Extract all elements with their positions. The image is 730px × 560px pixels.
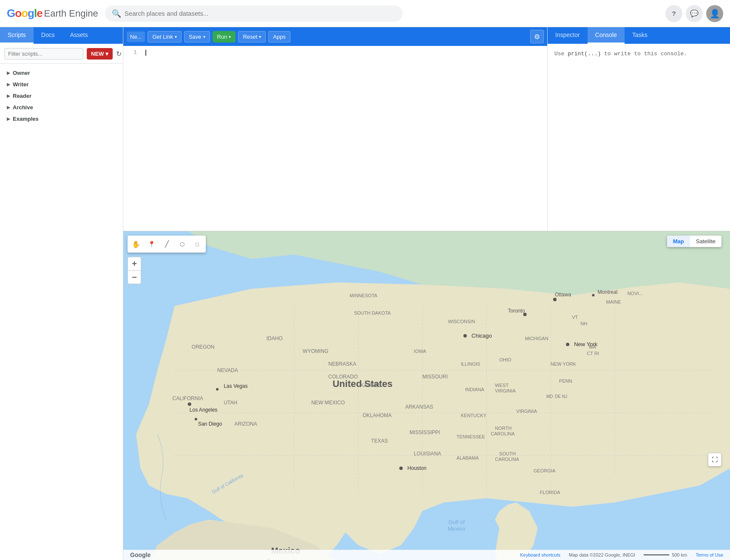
rectangle-tool-button[interactable]: □: [190, 237, 204, 251]
svg-text:WISCONSIN: WISCONSIN: [448, 319, 475, 324]
keyboard-shortcuts-link[interactable]: Keyboard shortcuts: [520, 552, 560, 557]
save-button[interactable]: Save ▾: [184, 31, 210, 43]
svg-text:Mexico: Mexico: [448, 526, 465, 532]
earth-engine-label: Earth Engine: [44, 8, 98, 19]
map-data-credit: Map data ©2022 Google, INEGI: [569, 552, 635, 557]
svg-text:SOUTH: SOUTH: [499, 451, 516, 456]
tree-item-archive[interactable]: Archive: [5, 102, 118, 113]
svg-text:Las Vegas: Las Vegas: [224, 383, 247, 389]
help-icon: ?: [672, 10, 676, 17]
svg-text:NORTH: NORTH: [495, 426, 511, 431]
tree-item-examples[interactable]: Examples: [5, 113, 118, 125]
hand-tool-button[interactable]: ✋: [129, 237, 143, 251]
zoom-in-button[interactable]: +: [128, 257, 141, 270]
map-view-button[interactable]: Map: [667, 236, 690, 247]
tab-docs[interactable]: Docs: [34, 27, 62, 44]
satellite-view-button[interactable]: Satellite: [690, 236, 721, 247]
logo-g: G: [7, 7, 15, 20]
zoom-out-button[interactable]: −: [128, 270, 141, 284]
refresh-icon: ↻: [116, 50, 122, 58]
tree-item-writer[interactable]: Writer: [5, 79, 118, 90]
search-icon: 🔍: [112, 9, 121, 18]
svg-point-9: [566, 343, 569, 346]
tree-item-owner[interactable]: Owner: [5, 67, 118, 79]
svg-text:SOUTH DAKOTA: SOUTH DAKOTA: [354, 310, 391, 316]
logo-e: e: [37, 7, 42, 20]
svg-text:ILLINOIS: ILLINOIS: [461, 361, 480, 367]
tab-tasks[interactable]: Tasks: [625, 27, 655, 44]
notifications-button[interactable]: 💬: [686, 5, 703, 22]
left-tabs: Scripts Docs Assets: [0, 27, 123, 44]
svg-text:LOUISIANA: LOUISIANA: [414, 451, 441, 457]
svg-text:NEW YORK: NEW YORK: [551, 361, 577, 367]
map-drawing-toolbar: ✋ 📍 ╱ ⬡ □: [128, 236, 206, 253]
svg-text:WYOMING: WYOMING: [303, 348, 328, 354]
search-bar[interactable]: 🔍: [105, 6, 403, 22]
left-panel: Scripts Docs Assets NEW ▾ ↻ Owner Writer…: [0, 27, 123, 560]
pin-icon: 📍: [148, 241, 155, 247]
refresh-button[interactable]: ↻: [116, 47, 122, 60]
svg-text:VT: VT: [572, 315, 578, 320]
right-panel: Inspector Console Tasks Use print(...) t…: [547, 27, 730, 231]
help-button[interactable]: ?: [665, 5, 682, 22]
tab-inspector[interactable]: Inspector: [548, 27, 588, 44]
chat-icon: 💬: [690, 9, 699, 17]
svg-text:NEVADA: NEVADA: [217, 367, 239, 373]
svg-text:VIRGINIA: VIRGINIA: [495, 388, 516, 393]
tab-scripts[interactable]: Scripts: [0, 27, 34, 44]
map-area[interactable]: ✋ 📍 ╱ ⬡ □ + −: [123, 231, 730, 560]
filter-scripts-input[interactable]: [4, 48, 83, 60]
polygon-tool-button[interactable]: ⬡: [175, 237, 189, 251]
editor-toolbar: Ne... Get Link ▾ Save ▾ Run ▾ Reset: [123, 27, 547, 46]
reset-button[interactable]: Reset ▾: [238, 31, 266, 43]
pin-tool-button[interactable]: 📍: [145, 237, 158, 251]
new-script-button[interactable]: NEW ▾: [87, 48, 113, 60]
map-satellite-toggle: Map Satellite: [667, 236, 721, 247]
polygon-icon: ⬡: [180, 241, 185, 247]
line-numbers: 1: [123, 46, 139, 59]
svg-text:KENTUCKY: KENTUCKY: [461, 413, 487, 418]
search-input[interactable]: [125, 10, 396, 17]
main-layout: Scripts Docs Assets NEW ▾ ↻ Owner Writer…: [0, 27, 730, 560]
svg-text:ARKANSAS: ARKANSAS: [405, 404, 433, 410]
svg-text:CT RI: CT RI: [587, 351, 599, 356]
code-content[interactable]: [145, 49, 542, 227]
svg-text:VIRGINIA: VIRGINIA: [517, 409, 537, 414]
logo-g2: g: [28, 7, 34, 20]
svg-text:NEBRASKA: NEBRASKA: [328, 361, 357, 367]
polyline-tool-button[interactable]: ╱: [160, 237, 173, 251]
svg-text:Montreal: Montreal: [597, 289, 617, 295]
user-avatar-button[interactable]: 👤: [706, 5, 723, 22]
tab-assets[interactable]: Assets: [62, 27, 96, 44]
svg-text:Toronto: Toronto: [508, 308, 525, 314]
terms-of-use-link[interactable]: Terms of Use: [696, 552, 723, 557]
console-hint: Use print(...) to write to this console.: [554, 51, 723, 57]
code-editor[interactable]: 1: [123, 46, 547, 231]
settings-button[interactable]: ⚙: [530, 30, 544, 43]
google-logo: Google: [7, 7, 43, 20]
svg-text:FLORIDA: FLORIDA: [540, 490, 561, 495]
svg-text:OHIO: OHIO: [499, 357, 511, 362]
run-button[interactable]: Run ▾: [213, 31, 236, 43]
get-link-button[interactable]: Get Link ▾: [148, 31, 181, 43]
scale-line: [644, 554, 669, 555]
svg-point-17: [188, 403, 191, 406]
svg-text:Chicago: Chicago: [472, 333, 492, 339]
svg-text:GEORGIA: GEORGIA: [534, 468, 556, 473]
tree-item-reader[interactable]: Reader: [5, 90, 118, 102]
fullscreen-button[interactable]: ⛶: [708, 453, 721, 466]
google-logo-map: Google: [130, 551, 151, 558]
svg-text:NOVI...: NOVI...: [628, 291, 643, 296]
filter-row: NEW ▾ ↻: [0, 44, 123, 64]
header: Google Earth Engine 🔍 ? 💬 👤: [0, 0, 730, 27]
avatar-icon: 👤: [710, 9, 720, 19]
new-label: NEW: [91, 51, 104, 57]
new-script-tab[interactable]: Ne...: [127, 31, 145, 42]
svg-point-19: [216, 388, 219, 390]
logo-o1: o: [15, 7, 21, 20]
apps-button[interactable]: Apps: [268, 31, 290, 43]
tab-console[interactable]: Console: [588, 27, 625, 44]
svg-text:NH: NH: [580, 321, 587, 326]
svg-point-23: [399, 466, 403, 470]
svg-text:MAINE: MAINE: [606, 299, 621, 304]
